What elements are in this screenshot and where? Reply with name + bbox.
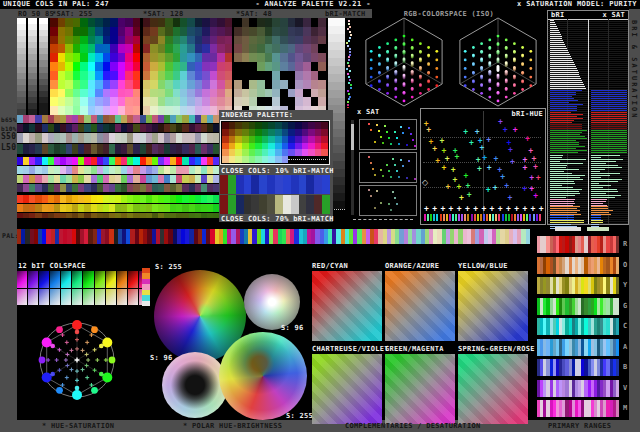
primary-range-band	[537, 400, 619, 417]
colspace-12bit-title: 12 bIT COLSPACE	[18, 262, 86, 270]
polar-circle-s96-small	[244, 274, 300, 330]
indexed-palette-title: INDEXED PALETTE:	[221, 111, 293, 119]
gray-ramps-label: RO 50 85	[18, 10, 54, 18]
primary-range-label: M	[623, 404, 627, 412]
complementary-gradient	[312, 354, 382, 424]
indexed-palette-panel: INDEXED PALETTE: CLOSE COLS: 10% bRI-MAT…	[219, 110, 333, 222]
complementary-gradient	[458, 354, 528, 424]
polar-s255-label-2: S: 255	[286, 412, 313, 420]
palette-unused-dots	[288, 159, 326, 160]
footer-primary-ranges: PRIMARY RANGES	[548, 422, 611, 430]
pair-title: SPRING-GREEN/ROSE	[458, 345, 535, 353]
polar-s96-label-2: S: 96	[150, 354, 173, 362]
x-sat-subplot-2	[359, 152, 417, 183]
gray-ramp	[17, 18, 26, 115]
pair-title: YELLOW/BLUE	[458, 262, 508, 270]
primary-range-band	[537, 298, 619, 315]
hue-field-sat128	[143, 18, 232, 115]
close-cols-70-label: CLOSE COLS: 70% bRI-MATCH	[221, 215, 334, 223]
polar-colorbar	[142, 268, 150, 306]
primary-range-band	[537, 359, 619, 376]
analyze-palette-app: UNIQUE COLS IN PAL: 247 - ANALYZE PALETT…	[0, 0, 640, 432]
primary-header-strip	[555, 227, 581, 231]
saturation-model-toggle[interactable]: x SATURATION MODEL: PURITY	[517, 1, 637, 8]
complementary-gradient	[385, 354, 455, 424]
primary-range-band	[537, 277, 619, 294]
x-sat-dashed-line	[353, 219, 413, 220]
primary-range-label: G	[623, 302, 627, 310]
pair-title: CHARTREUSE/VIOLET	[312, 345, 389, 353]
gray-ramp	[39, 18, 48, 115]
close-cols-10-swatches	[220, 175, 330, 194]
bri-hue-label: bRI-HUE	[511, 110, 543, 118]
primary-range-band	[537, 339, 619, 356]
palette-strip	[17, 229, 530, 244]
footer-polar[interactable]: * POLAR HUE-BRIGHTNESS	[183, 422, 282, 430]
complementary-gradient	[385, 271, 455, 341]
hue-field-sat48	[234, 18, 326, 115]
bri-saturation-side-label: BRI & SATURATION	[630, 20, 638, 232]
primary-range-label: V	[623, 384, 627, 392]
complementary-gradient	[458, 271, 528, 341]
primary-range-label: B	[623, 363, 627, 371]
bri-sat-histogram: bRI x SAT	[547, 10, 629, 225]
x-sat-label: x SAT	[357, 108, 380, 116]
primary-ranges-panel: ROYGCABVM	[535, 226, 629, 422]
rgb-colorspace-cubes	[352, 16, 546, 108]
histogram-divider	[588, 19, 589, 224]
x-sat-subplot-1	[359, 119, 417, 150]
primary-range-label: O	[623, 261, 627, 269]
bri-header: bRI	[551, 11, 565, 19]
primary-range-label: C	[623, 322, 627, 330]
sat-255-toggle[interactable]: *SAT: 255	[52, 10, 93, 18]
bri-hue-scatter: bRI-HUE ◇ ++++++++++++++++++++++++++++++…	[420, 108, 546, 225]
primary-header-strip	[587, 227, 609, 231]
primary-range-label: R	[623, 240, 627, 248]
complementary-gradient	[312, 271, 382, 341]
title-bar: UNIQUE COLS IN PAL: 247 - ANALYZE PALETT…	[0, 0, 640, 9]
x-sat-header[interactable]: x SAT	[602, 11, 625, 19]
pair-title: ORANGE/AZURE	[385, 262, 439, 270]
polar-s96-label-1: S: 96	[281, 324, 304, 332]
polar-circle-s96-ring	[162, 352, 228, 418]
polar-circle-s255-bright	[219, 332, 307, 420]
gridline	[483, 111, 484, 219]
gray-ramps-panel	[17, 18, 48, 115]
x-sat-subplot-3	[359, 185, 417, 216]
x-sat-scrollbar-thumb[interactable]	[351, 124, 354, 150]
diamond-marker: ◇	[422, 180, 428, 186]
close-cols-70-swatches	[220, 195, 330, 214]
gray-ramp	[28, 18, 37, 115]
pair-title: RED/CYAN	[312, 262, 348, 270]
footer-complementaries: COMPLEMENTARIES / DESATURATION	[345, 422, 480, 430]
primary-range-label: A	[623, 343, 627, 351]
primary-range-band	[537, 380, 619, 397]
close-cols-10-label: CLOSE COLS: 10% bRI-MATCH	[221, 167, 334, 175]
primary-range-label: Y	[623, 281, 627, 289]
hue-saturation-wheel	[12, 298, 152, 420]
footer-hue-saturation[interactable]: * HUE-SATURATION	[42, 422, 114, 430]
complementaries-panel: RED/CYAN ORANGE/AZURE YELLOW/BLUE CHARTR…	[312, 262, 539, 422]
unique-cols-count: UNIQUE COLS IN PAL: 247	[3, 1, 109, 8]
indexed-palette-frame	[220, 120, 330, 165]
app-title: - ANALYZE PALETTE V2.21 -	[255, 1, 370, 8]
analysis-strips	[17, 115, 219, 219]
strip-label-s50: S50	[1, 133, 16, 141]
primary-range-band	[537, 318, 619, 335]
primary-range-band	[537, 236, 619, 253]
x-sat-scrollbar[interactable]	[351, 120, 354, 215]
strip-label-b65: b65%	[1, 116, 17, 124]
x-sat-panel: x SAT	[345, 108, 420, 225]
polar-s255-label-1: S: 255	[155, 263, 182, 271]
hue-field-sat255	[50, 18, 140, 115]
sat-128-toggle[interactable]: *SAT: 128	[143, 10, 184, 18]
pair-title: GREEN/MAGENTA	[385, 345, 444, 353]
strip-label-l50: L50	[1, 144, 16, 152]
polar-hue-brightness-panel: S: 255 S: 96 S: 96 S: 255	[140, 262, 312, 420]
sat-48-toggle[interactable]: *SAT: 48	[236, 10, 272, 18]
primary-range-band	[537, 257, 619, 274]
indexed-palette-grid	[222, 122, 328, 163]
